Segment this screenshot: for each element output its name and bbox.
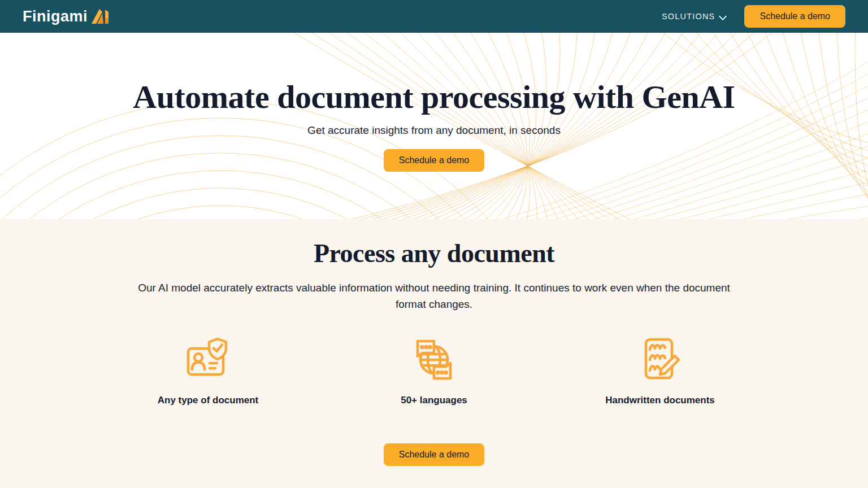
navbar-right-group: SOLUTIONS Schedule a demo <box>662 5 845 28</box>
hero-section: Automate document processing with GenAI … <box>0 33 868 219</box>
hero-subtitle: Get accurate insights from any document,… <box>307 124 561 137</box>
process-section-title: Process any document <box>0 238 868 268</box>
nav-item-solutions-label: SOLUTIONS <box>662 12 715 21</box>
feature-any-document: Any type of document <box>115 336 301 406</box>
chevron-down-icon <box>720 12 726 19</box>
nav-item-solutions[interactable]: SOLUTIONS <box>662 12 727 21</box>
logo-ai-mark-icon <box>91 8 110 24</box>
hero-schedule-demo-button[interactable]: Schedule a demo <box>384 149 485 172</box>
id-card-shield-icon <box>185 336 231 383</box>
features-row: Any type of document <box>115 336 753 406</box>
top-navbar: Finigami SOLUTIONS Schedule a demo <box>0 0 868 33</box>
handwriting-pen-icon <box>637 336 683 383</box>
feature-label: Handwritten documents <box>605 395 715 406</box>
feature-languages: 50+ languages <box>341 336 527 406</box>
process-section-description: Our AI model accurately extracts valuabl… <box>126 280 742 313</box>
hero-title: Automate document processing with GenAI <box>133 80 735 115</box>
process-schedule-demo-button[interactable]: Schedule a demo <box>384 443 485 466</box>
nav-schedule-demo-button[interactable]: Schedule a demo <box>744 5 845 28</box>
finigami-logo[interactable]: Finigami <box>23 8 110 25</box>
feature-label: Any type of document <box>158 395 259 406</box>
feature-label: 50+ languages <box>401 395 467 406</box>
process-section: Process any document Our AI model accura… <box>0 219 868 488</box>
globe-chat-icon <box>411 336 457 383</box>
feature-handwritten: Handwritten documents <box>567 336 753 406</box>
logo-text: Finigami <box>23 8 88 25</box>
